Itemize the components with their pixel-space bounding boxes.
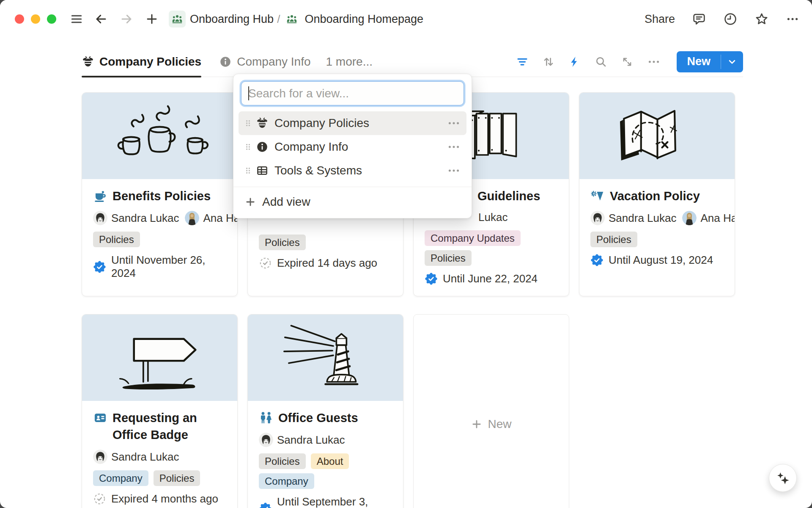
card-tags: Policies	[590, 232, 724, 247]
table-icon	[256, 164, 269, 177]
card-vacation-policy[interactable]: Vacation PolicySandra LukacAna HauPolici…	[579, 92, 735, 296]
card-office-badge[interactable]: Requesting an Office BadgeSandra LukacCo…	[82, 314, 238, 508]
card-title-text: Office Guests	[278, 409, 358, 426]
add-view-label: Add view	[262, 195, 310, 209]
card-tags: Company UpdatesPolicies	[425, 230, 558, 266]
coffee-mugs-doodle	[88, 95, 232, 177]
person: Ana Hau	[185, 211, 237, 225]
tag-policies: Policies	[259, 235, 306, 250]
forward-arrow-icon[interactable]	[120, 12, 133, 26]
sort-icon[interactable]	[542, 55, 555, 68]
drag-handle-icon[interactable]	[244, 166, 252, 175]
card-people: Sandra LukacAna Hau	[93, 211, 237, 225]
card-title: Office Guests	[259, 409, 392, 426]
plus-icon	[244, 196, 256, 208]
new-page-icon[interactable]	[145, 12, 159, 26]
bee-icon	[256, 117, 269, 130]
tag-company: Company	[259, 473, 314, 489]
card-benefits-policies[interactable]: Benefits PoliciesSandra LukacAna HauPoli…	[82, 92, 238, 296]
signpost-doodle	[88, 317, 232, 399]
breadcrumb-separator: /	[277, 13, 280, 26]
person: Sandra Lukac	[590, 211, 676, 225]
automations-lightning-icon[interactable]	[568, 55, 581, 68]
id-badge-icon	[93, 411, 107, 443]
avatar-ana	[682, 211, 697, 225]
sparkle-icon	[775, 470, 790, 486]
lighthouse-doodle	[254, 317, 398, 399]
avatar-sandra	[259, 433, 273, 447]
more-options-icon[interactable]	[786, 12, 799, 26]
person: Ana Hau	[682, 211, 735, 225]
new-button[interactable]: New	[677, 51, 743, 72]
updates-clock-icon[interactable]	[723, 12, 738, 26]
view-settings-icon[interactable]	[647, 55, 661, 69]
tab-company-policies[interactable]: Company Policies	[82, 47, 201, 77]
view-options-button[interactable]	[445, 115, 462, 132]
maximize-window-button[interactable]	[47, 14, 56, 24]
text-caret	[248, 86, 249, 100]
tag-policies: Policies	[425, 250, 472, 266]
person-name: Sandra Lukac	[111, 450, 179, 464]
avatar-sandra	[93, 211, 107, 225]
card-title: Requesting an Office Badge	[93, 409, 226, 443]
favorite-star-icon[interactable]	[754, 12, 769, 26]
card-title-text: Requesting an Office Badge	[112, 409, 226, 443]
status-text: Until September 3, 2024	[277, 495, 392, 508]
expand-view-icon[interactable]	[621, 55, 634, 68]
card-status: Until September 3, 2024	[259, 495, 392, 508]
new-button-label[interactable]: New	[677, 51, 721, 72]
tag-about: About	[311, 453, 349, 469]
view-option-label: Company Info	[274, 140, 445, 154]
breadcrumb-onboarding-hub[interactable]: Onboarding Hub	[169, 11, 274, 28]
comments-icon[interactable]	[692, 12, 706, 26]
person-name: Sandra Lukac	[609, 212, 676, 225]
drag-handle-icon[interactable]	[244, 119, 252, 127]
person-name: Ana Hau	[700, 212, 735, 225]
drag-handle-icon[interactable]	[244, 143, 252, 151]
card-status: Until November 26, 2024	[93, 254, 226, 280]
person: Sandra Lukac	[93, 450, 179, 464]
card-status: Expired 14 days ago	[259, 257, 392, 270]
card-title-text: Guidelines	[477, 188, 540, 204]
card-body: Office GuestsSandra LukacPoliciesAboutCo…	[248, 401, 403, 508]
chevron-down-icon[interactable]	[721, 51, 743, 72]
avatar-sandra	[590, 211, 605, 225]
view-tab-bar: Company Policies Company Info 1 more... …	[82, 47, 743, 77]
person-name: Sandra Lukac	[111, 212, 179, 225]
tab-company-info[interactable]: Company Info	[219, 47, 310, 77]
card-tags: PoliciesAboutCompany	[259, 453, 392, 489]
sidebar-menu-icon[interactable]	[70, 12, 83, 26]
view-option-company-info[interactable]: Company Info	[239, 135, 466, 159]
view-options-button[interactable]	[445, 162, 462, 179]
coffee-cup-icon	[93, 189, 107, 204]
view-option-tools-systems[interactable]: Tools & Systems	[239, 159, 466, 182]
tab-label: Company Policies	[99, 55, 201, 69]
status-text: Until November 26, 2024	[111, 254, 226, 280]
close-window-button[interactable]	[15, 14, 24, 24]
minimize-window-button[interactable]	[31, 14, 40, 24]
back-arrow-icon[interactable]	[94, 12, 108, 26]
more-views-button[interactable]: 1 more...	[326, 55, 373, 69]
map-doodle	[585, 95, 729, 177]
ai-assistant-button[interactable]	[769, 464, 797, 492]
notion-window: Onboarding Hub / Onboarding Homepage Sha…	[0, 0, 812, 508]
person: Sandra Lukac	[259, 433, 345, 447]
expired-badge-icon	[259, 257, 272, 270]
tag-policies: Policies	[590, 232, 637, 247]
tab-label: Company Info	[237, 55, 310, 69]
filter-icon[interactable]	[516, 55, 529, 68]
card-title: Benefits Policies	[93, 188, 226, 204]
view-option-company-policies[interactable]: Company Policies	[239, 111, 466, 135]
breadcrumb-onboarding-homepage[interactable]: Onboarding Homepage	[283, 11, 423, 28]
view-search-input[interactable]	[241, 81, 464, 105]
card-office-guests[interactable]: Office GuestsSandra LukacPoliciesAboutCo…	[247, 314, 403, 508]
share-button[interactable]: Share	[645, 13, 675, 26]
card-people: Sandra LukacAna Hau	[590, 211, 735, 225]
view-option-label: Tools & Systems	[274, 164, 445, 177]
add-view-button[interactable]: Add view	[239, 191, 466, 213]
new-card-button[interactable]: New	[413, 314, 569, 508]
card-tags: Policies	[93, 232, 226, 247]
view-options-button[interactable]	[445, 138, 462, 155]
search-icon[interactable]	[595, 55, 607, 68]
card-body: Benefits PoliciesSandra LukacAna HauPoli…	[82, 179, 237, 280]
